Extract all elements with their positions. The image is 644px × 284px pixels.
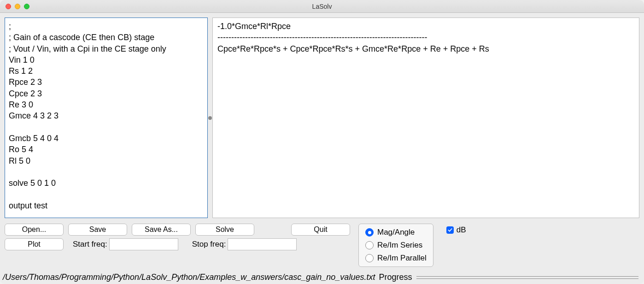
output-viewer: -1.0*Gmce*Rl*Rpce ----------------------… (212, 18, 639, 218)
save-button[interactable]: Save (68, 224, 127, 236)
start-freq-input[interactable] (109, 238, 178, 250)
plot-button[interactable]: Plot (5, 238, 64, 250)
split-panes: ; ; Gain of a cascode (CE then CB) stage… (5, 18, 639, 218)
window-title: LaSolv (312, 3, 332, 10)
close-icon[interactable] (6, 4, 11, 9)
open-button[interactable]: Open... (5, 224, 64, 236)
radio-icon (365, 241, 374, 249)
input-editor[interactable]: ; ; Gain of a cascode (CE then CB) stage… (5, 18, 208, 218)
radio-reim-parallel[interactable]: Re/Im Parallel (365, 254, 427, 263)
status-path: /Users/Thomas/Programming/Python/LaSolv_… (3, 272, 375, 282)
stop-freq-label: Stop freq: (192, 240, 226, 249)
db-checkbox-label: dB (457, 225, 466, 235)
start-freq-label: Start freq: (73, 240, 107, 249)
progress-label: Progress (379, 272, 412, 282)
save-as-button[interactable]: Save As... (132, 224, 191, 236)
db-checkbox-group[interactable]: dB (446, 225, 466, 235)
radio-label: Re/Im Parallel (377, 254, 427, 263)
button-grid: Open... Save Save As... Solve Quit Plot … (5, 224, 350, 250)
titlebar: LaSolv (0, 0, 644, 13)
radio-label: Re/Im Series (377, 241, 422, 250)
radio-icon (365, 254, 374, 262)
radio-label: Mag/Angle (377, 228, 415, 237)
plot-mode-radiogroup: Mag/Angle Re/Im Series Re/Im Parallel (358, 224, 433, 267)
quit-button[interactable]: Quit (291, 224, 350, 236)
minimize-icon[interactable] (15, 4, 20, 9)
traffic-lights (0, 4, 29, 9)
radio-icon (365, 228, 374, 237)
solve-button[interactable]: Solve (195, 224, 254, 236)
content-area: ; ; Gain of a cascode (CE then CB) stage… (0, 13, 644, 272)
radio-mag-angle[interactable]: Mag/Angle (365, 228, 427, 237)
radio-reim-series[interactable]: Re/Im Series (365, 241, 427, 250)
checkbox-icon (446, 226, 454, 234)
splitter-handle[interactable] (208, 116, 212, 120)
statusbar: /Users/Thomas/Programming/Python/LaSolv_… (0, 272, 644, 284)
progress-bar (416, 276, 638, 279)
controls-row: Open... Save Save As... Solve Quit Plot … (5, 222, 639, 267)
stop-freq-input[interactable] (228, 238, 297, 250)
app-window: LaSolv ; ; Gain of a cascode (CE then CB… (0, 0, 644, 284)
zoom-icon[interactable] (24, 4, 29, 9)
